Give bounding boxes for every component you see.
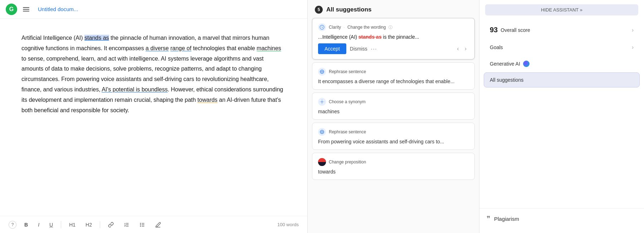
- card-preview-5: towards: [318, 169, 469, 175]
- generative-ai-label: Generative AI: [490, 61, 520, 67]
- score-number: 93: [490, 26, 498, 34]
- all-suggestions-item[interactable]: All suggestions: [484, 72, 640, 87]
- card-type-3: Choose a synonym: [329, 99, 366, 104]
- plagiarism-label: Plagiarism: [494, 216, 519, 222]
- suggestions-title: All suggestions: [326, 6, 372, 13]
- accept-button[interactable]: Accept: [318, 43, 346, 54]
- all-suggestions-label: All suggestions: [490, 77, 523, 83]
- dismiss-button[interactable]: Dismiss: [350, 46, 367, 52]
- goals-label: Goals: [490, 44, 503, 50]
- svg-point-11: [321, 101, 323, 103]
- strikethrough-text: stands as: [358, 34, 382, 40]
- middle-panel: 5 All suggestions Clarity · Change the w…: [308, 0, 479, 233]
- suggestion-card-3[interactable]: Choose a synonym machines: [312, 92, 475, 120]
- synonym-icon: [318, 98, 326, 106]
- prev-arrow[interactable]: ‹: [455, 45, 461, 53]
- svg-point-6: [140, 223, 141, 223]
- toolbar: G Untitled docum...: [0, 0, 307, 19]
- logo-button[interactable]: G: [6, 4, 17, 15]
- card-header-1: Clarity · Change the wording ⓘ: [318, 23, 469, 31]
- preposition-icon: [318, 158, 326, 166]
- card-header-2: Rephrase sentence: [318, 68, 469, 76]
- suggestion-card-4[interactable]: Rephrase sentence From powering voice as…: [312, 123, 475, 150]
- overall-score-label: Overall score: [501, 27, 530, 33]
- right-panel: HIDE ASSISTANT » 93 Overall score › Goal…: [479, 0, 644, 233]
- card-preview-3: machines: [318, 109, 469, 114]
- card-header-5: Change preposition: [318, 158, 469, 166]
- goals-item[interactable]: Goals ›: [484, 39, 640, 55]
- plagiarism-item[interactable]: ❞ Plagiarism: [487, 214, 637, 223]
- card-body-1: ...Intelligence (AI) stands as is the pi…: [318, 34, 469, 40]
- more-button[interactable]: ···: [371, 46, 377, 52]
- ordered-list-button[interactable]: [122, 220, 132, 229]
- all-suggestions-left: All suggestions: [490, 77, 523, 83]
- doc-title[interactable]: Untitled docum...: [38, 6, 78, 12]
- suggestion-card-1[interactable]: Clarity · Change the wording ⓘ ...Intell…: [312, 18, 475, 60]
- overall-score-left: 93 Overall score: [490, 26, 530, 34]
- h1-button[interactable]: H1: [67, 220, 78, 229]
- right-items: 93 Overall score › Goals › Generative AI…: [479, 21, 644, 87]
- nav-arrows: ‹ ›: [455, 45, 469, 53]
- italic-button[interactable]: I: [36, 220, 42, 229]
- menu-button[interactable]: [21, 6, 31, 13]
- overall-chevron: ›: [632, 27, 634, 33]
- generative-ai-left: Generative AI: [490, 61, 530, 67]
- next-arrow[interactable]: ›: [463, 45, 469, 53]
- underline-machines: machines: [257, 45, 281, 51]
- suggestion-card-2[interactable]: Rephrase sentence It encompasses a diver…: [312, 62, 475, 90]
- info-icon-1[interactable]: ⓘ: [389, 25, 392, 30]
- card-type-2: Rephrase sentence: [329, 69, 366, 74]
- replacement-text: is: [383, 34, 386, 40]
- suggestions-list: Clarity · Change the wording ⓘ ...Intell…: [308, 18, 479, 233]
- generative-ai-item[interactable]: Generative AI: [484, 56, 640, 72]
- link-button[interactable]: [106, 220, 116, 229]
- rephrase-icon-2: [318, 128, 326, 136]
- ai-dot-icon: [523, 61, 530, 67]
- suggestions-header: 5 All suggestions: [308, 0, 479, 18]
- card-actions-1: Accept Dismiss ··· ‹ ›: [318, 43, 469, 54]
- goals-left: Goals: [490, 44, 503, 50]
- underline-range: range of: [170, 45, 191, 51]
- underline-diverse: a diverse: [146, 45, 169, 51]
- divider2: [100, 221, 100, 228]
- goals-chevron: ›: [632, 44, 634, 51]
- suggestions-badge: 5: [315, 6, 323, 14]
- underline-potential: AI's potential is boundless: [102, 86, 168, 92]
- card-type-4: Rephrase sentence: [329, 129, 366, 134]
- card-header-3: Choose a synonym: [318, 98, 469, 106]
- rephrase-icon-1: [318, 68, 326, 76]
- card-type-5: Change preposition: [329, 160, 366, 165]
- unordered-list-button[interactable]: [137, 220, 147, 229]
- h2-button[interactable]: H2: [83, 220, 94, 229]
- left-panel: G Untitled docum... Artificial Intellige…: [0, 0, 308, 233]
- divider1: [61, 221, 61, 228]
- suggestion-card-5[interactable]: Change preposition towards: [312, 153, 475, 180]
- svg-point-8: [140, 226, 141, 226]
- editor-content[interactable]: Artificial Intelligence (AI) stands as t…: [21, 33, 286, 115]
- card-type-1: Clarity · Change the wording: [329, 25, 386, 30]
- card-preview-2: It encompasses a diverse range of techno…: [318, 79, 469, 84]
- editor-area[interactable]: Artificial Intelligence (AI) stands as t…: [0, 19, 307, 216]
- highlighted-text: stands as: [84, 35, 109, 41]
- bold-button[interactable]: B: [22, 220, 30, 229]
- svg-point-7: [140, 224, 141, 225]
- underline-towards: towards: [197, 97, 218, 103]
- card-preview-4: From powering voice assistants and self-…: [318, 139, 469, 144]
- clarity-icon: [318, 23, 326, 31]
- clear-format-button[interactable]: [153, 220, 163, 229]
- quote-icon: ❞: [487, 214, 491, 223]
- word-count: 100 words: [277, 222, 299, 227]
- underline-button[interactable]: U: [47, 220, 55, 229]
- card-header-4: Rephrase sentence: [318, 128, 469, 136]
- overall-score-item[interactable]: 93 Overall score ›: [484, 21, 640, 39]
- hide-assistant-button[interactable]: HIDE ASSISTANT »: [485, 4, 638, 15]
- help-button[interactable]: ?: [9, 221, 16, 229]
- format-bar: ? B I U H1 H2 100 words: [0, 216, 307, 233]
- plagiarism-section[interactable]: ❞ Plagiarism: [479, 208, 644, 229]
